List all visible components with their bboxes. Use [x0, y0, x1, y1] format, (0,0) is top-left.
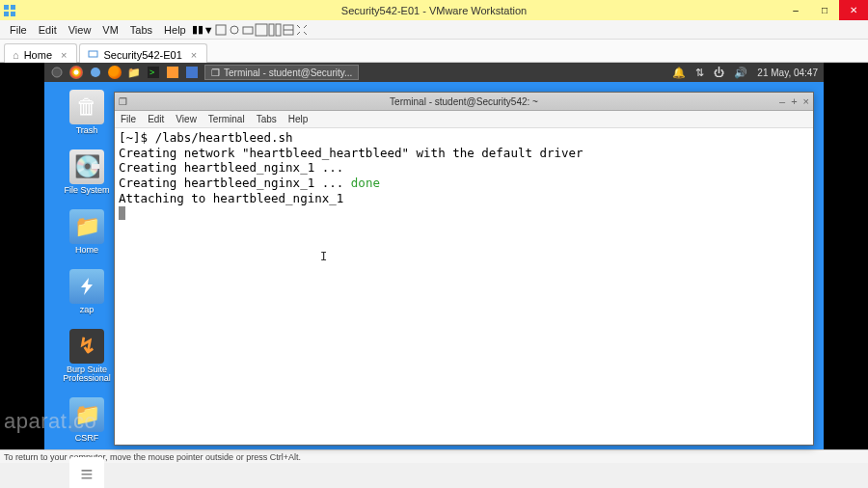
terminal-titlebar[interactable]: ❐ Terminal - student@Security542: ~ – + …	[115, 93, 813, 111]
text-cursor-icon: 𝙸	[320, 250, 327, 264]
chromium-icon[interactable]	[89, 66, 102, 79]
menu-view[interactable]: View	[63, 22, 97, 38]
folder-icon: 📁	[69, 209, 104, 244]
term-menu-help[interactable]: Help	[288, 114, 309, 124]
term-menu-file[interactable]: File	[121, 114, 136, 124]
notifications-icon[interactable]: 🔔	[672, 67, 686, 79]
close-tab-icon[interactable]: ×	[191, 49, 197, 61]
taskbar-terminal-button[interactable]: ❐ Terminal - student@Security...	[204, 65, 359, 80]
svg-rect-2	[4, 12, 9, 16]
app-launcher-icon[interactable]	[185, 66, 199, 79]
term-menu-terminal[interactable]: Terminal	[208, 114, 245, 124]
menu-vm[interactable]: VM	[96, 22, 124, 38]
window-controls: – □ ✕	[781, 0, 868, 20]
menu-file[interactable]: File	[4, 22, 33, 38]
svg-point-5	[231, 26, 238, 34]
window-titlebar: Security542-E01 - VMware Workstation – □…	[0, 0, 868, 20]
terminal-maximize-button[interactable]: +	[791, 95, 797, 107]
terminal-line: Creating heartbleed_nginx_1 ...	[119, 160, 343, 175]
close-button[interactable]: ✕	[839, 0, 868, 20]
svg-point-14	[91, 68, 100, 77]
terminal-window: ❐ Terminal - student@Security542: ~ – + …	[114, 92, 814, 446]
console-view-button[interactable]	[282, 23, 295, 37]
close-tab-icon[interactable]: ×	[61, 49, 67, 61]
firefox-icon[interactable]	[108, 66, 122, 79]
snapshot-button[interactable]	[228, 23, 241, 37]
chrome-icon[interactable]	[69, 66, 83, 79]
svg-rect-3	[11, 12, 15, 16]
vm-tabstrip: ⌂ Home × Security542-E01 ×	[0, 40, 868, 63]
tab-vm[interactable]: Security542-E01 ×	[79, 43, 207, 63]
start-menu-icon[interactable]	[50, 66, 64, 79]
svg-rect-12	[89, 51, 97, 57]
volume-icon[interactable]: 🔊	[734, 67, 747, 79]
svg-rect-0	[4, 5, 9, 10]
clock[interactable]: 21 May, 04:47	[757, 68, 818, 78]
terminal-done-text: done	[351, 176, 380, 190]
svg-rect-7	[256, 24, 267, 36]
menu-tabs[interactable]: Tabs	[124, 22, 158, 38]
drive-icon: 💽	[69, 149, 104, 184]
statusbar-text: To return to your computer, move the mou…	[4, 452, 301, 462]
panel-tray: 🔔 ⇅ ⏻ 🔊 21 May, 04:47	[672, 67, 818, 79]
updown-icon[interactable]: ⇅	[695, 67, 704, 79]
tab-vm-label: Security542-E01	[103, 49, 181, 61]
desktop-burp[interactable]: ↯Burp Suite Professional	[56, 329, 118, 385]
desktop-trash[interactable]: 🗑Trash	[56, 90, 118, 136]
terminal-close-button[interactable]: ×	[803, 95, 809, 107]
terminal-line: Creating network "heartbleed_heartbleed"…	[119, 146, 583, 160]
svg-rect-9	[276, 24, 281, 36]
unity-button[interactable]	[268, 23, 282, 37]
maximize-button[interactable]: □	[810, 0, 839, 20]
trash-icon: 🗑	[69, 90, 104, 124]
menu-help[interactable]: Help	[158, 22, 192, 38]
app-menubar: File Edit View VM Tabs Help ▮▮ ▼	[0, 20, 868, 40]
terminal-cursor	[119, 206, 125, 220]
desktop-csrf[interactable]: 📁CSRF	[56, 397, 118, 444]
svg-rect-1	[11, 5, 15, 10]
tab-home-label: Home	[24, 49, 52, 61]
stretch-button[interactable]	[295, 23, 309, 37]
svg-rect-6	[243, 27, 253, 34]
vmware-logo-icon	[0, 1, 19, 20]
zap-icon	[69, 269, 104, 304]
terminal-icon: ❐	[211, 68, 220, 78]
terminal-line: [~]$ /labs/heartbleed.sh	[119, 130, 293, 145]
term-menu-tabs[interactable]: Tabs	[257, 114, 277, 124]
guest-display: 📁 > ❐ Terminal - student@Security... 🔔 ⇅…	[0, 63, 868, 449]
svg-rect-4	[216, 25, 226, 35]
desktop-shellshock[interactable]: ≡shellshock.txt	[56, 457, 118, 488]
terminal-line: Creating heartbleed_nginx_1 ...	[119, 176, 351, 190]
desktop-home[interactable]: 📁Home	[56, 209, 118, 256]
folder-icon: 📁	[69, 397, 104, 432]
tab-home[interactable]: ⌂ Home ×	[4, 43, 77, 63]
terminal-body[interactable]: [~]$ /labs/heartbleed.sh Creating networ…	[115, 128, 813, 445]
desktop-zap[interactable]: zap	[56, 269, 118, 315]
term-menu-view[interactable]: View	[176, 114, 197, 124]
vm-icon	[88, 49, 98, 60]
terminal-launcher-icon[interactable]: >	[147, 66, 160, 79]
minimize-button[interactable]: –	[781, 0, 810, 20]
burp-launcher-icon[interactable]	[166, 66, 179, 79]
vmware-statusbar: To return to your computer, move the mou…	[0, 449, 868, 463]
terminal-minimize-button[interactable]: –	[779, 95, 785, 107]
fullscreen-button[interactable]	[255, 23, 268, 37]
pause-vm-button[interactable]: ▮▮	[192, 23, 203, 36]
guest-desktop[interactable]: 📁 > ❐ Terminal - student@Security... 🔔 ⇅…	[44, 63, 824, 449]
dropdown-icon[interactable]: ▼	[203, 24, 214, 36]
desktop-icons: 🗑Trash 💽File System 📁Home zap ↯Burp Suit…	[56, 90, 118, 488]
term-menu-edit[interactable]: Edit	[148, 114, 164, 124]
files-icon[interactable]: 📁	[127, 66, 141, 79]
menu-edit[interactable]: Edit	[33, 22, 63, 38]
svg-rect-8	[269, 24, 274, 36]
send-cad-button[interactable]	[214, 23, 228, 37]
power-icon[interactable]: ⏻	[714, 67, 724, 78]
svg-rect-17	[167, 67, 178, 78]
taskbar-terminal-label: Terminal - student@Security...	[224, 68, 352, 78]
burp-icon: ↯	[69, 329, 104, 364]
svg-point-13	[52, 68, 62, 77]
window-title: Security542-E01 - VMware Workstation	[341, 5, 527, 16]
snapshot-manager-button[interactable]	[241, 23, 255, 37]
desktop-filesystem[interactable]: 💽File System	[56, 149, 118, 196]
terminal-window-icon: ❐	[119, 96, 127, 107]
